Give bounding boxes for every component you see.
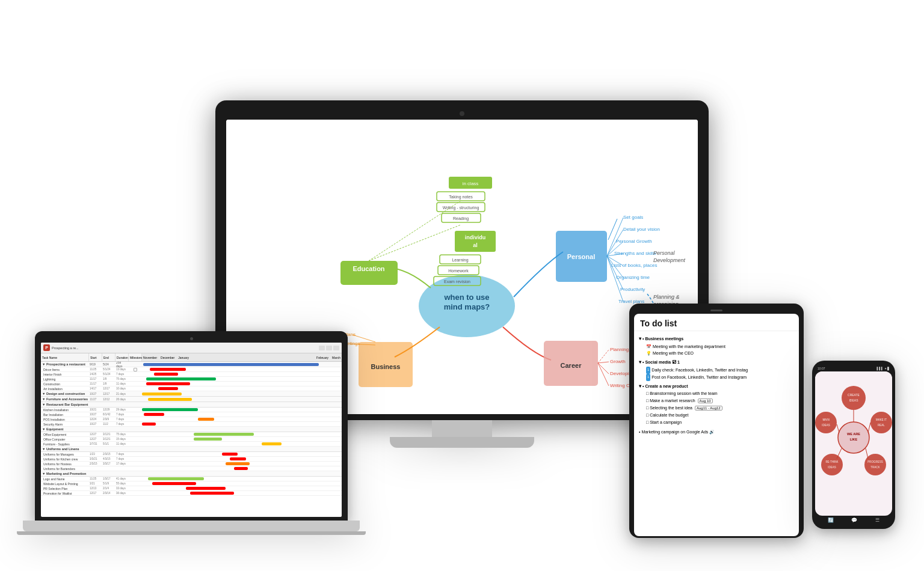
phone-icon-chat[interactable]: 💬 — [851, 518, 857, 523]
svg-point-79 — [815, 412, 837, 433]
col-header-end: End — [102, 353, 116, 361]
laptop-screen: P Prospecting a re... Task Name Start En… — [41, 343, 342, 517]
svg-text:Business: Business — [371, 363, 401, 370]
svg-text:mind maps?: mind maps? — [444, 302, 490, 311]
svg-text:Set goals: Set goals — [623, 215, 643, 220]
todo-item: □ Calculate the budget — [639, 412, 794, 419]
gantt-row: Lightning 11/17 1/9 75 days — [41, 377, 342, 382]
app-logo: P — [43, 344, 50, 351]
svg-text:RE-THINK: RE-THINK — [825, 460, 838, 463]
gantt-row: POS Installation 12/24 2/3/9 7 days — [41, 417, 342, 422]
section-social: ▾ • Social media 🗹 1 — [639, 358, 794, 367]
tablet-frame: To do list ▾ • Business meetings 📅 Meeti… — [629, 304, 804, 538]
svg-text:Homework: Homework — [448, 269, 469, 273]
todo-item: 📅 Meeting with the marketing department — [639, 343, 794, 350]
svg-text:Productivity: Productivity — [620, 287, 645, 292]
main-scene: when to use mind maps? Education in clas… — [0, 0, 924, 571]
gantt-row: Logo and Name 11/25 1/3/17 41 days — [41, 477, 342, 481]
todo-item: 1 Daily check: Facebook, LinkedIn, Twitt… — [639, 367, 794, 374]
gantt-row: Uniforms for Kitchen crew 3/3/21 4/3/15 … — [41, 457, 342, 462]
phone-mindmap-svg: WE ARE LIKE CREATE IDEAS MAKE IT REAL PR… — [815, 371, 892, 504]
todo-item: 1 Post on Facebook, LinkedIn, Twitter an… — [639, 374, 794, 381]
phone-icon-refresh[interactable]: 🔄 — [828, 518, 834, 523]
tablet: To do list ▾ • Business meetings 📅 Meeti… — [629, 304, 804, 538]
monitor-stand-base — [390, 437, 534, 448]
todo-item: □ Start a campaign — [639, 419, 794, 426]
section-product: ▾ • Create a new product — [639, 382, 794, 391]
phone-frame: 10:07 ▌▌▌ ✦ ▊ WE ARE LIKE CREATE IDEAS — [812, 361, 895, 529]
svg-text:Exam revision: Exam revision — [444, 279, 470, 284]
tablet-button — [710, 310, 722, 311]
gantt-row: Office Equipment 12/27 3/12/1 75 days — [41, 432, 342, 437]
phone: 10:07 ▌▌▌ ✦ ▊ WE ARE LIKE CREATE IDEAS — [812, 361, 895, 529]
toolbar-btn-1[interactable] — [319, 346, 325, 350]
svg-text:MAKE IT: MAKE IT — [876, 418, 887, 421]
svg-text:Lists of books, places: Lists of books, places — [611, 263, 657, 268]
svg-text:IDEAS: IDEAS — [822, 424, 830, 427]
svg-text:Strengths and skills: Strengths and skills — [614, 251, 656, 256]
gantt-category-row: ▼ Design and construction 10/27 12/17 21… — [41, 391, 342, 397]
gantt-category-row: ▼ Furniture and Accessories 11/27 12/12 … — [41, 397, 342, 402]
laptop-base-bottom — [17, 531, 366, 535]
gantt-row: Security Alarm 10/27 11/2 7 days — [41, 422, 342, 427]
svg-text:REAL: REAL — [878, 424, 885, 427]
gantt-category-row: ▼ Marketing and Promotion — [41, 471, 342, 477]
svg-text:Reading: Reading — [453, 216, 469, 221]
svg-rect-4 — [340, 261, 398, 285]
tablet-screen: To do list ▾ • Business meetings 📅 Meeti… — [634, 314, 799, 536]
todo-item: □ Make a market research Aug 10 — [639, 397, 794, 405]
col-header-task: Task Name — [41, 353, 89, 361]
monitor-camera — [460, 111, 464, 116]
laptop: P Prospecting a re... Task Name Start En… — [17, 331, 366, 535]
app-title: Prospecting a re... — [52, 346, 79, 350]
gantt-row: Furniture - Supplies 3/7/31 5/1/1 11 day… — [41, 442, 342, 447]
svg-text:CREATE: CREATE — [848, 393, 860, 397]
gantt-row: Interior Finish 14/25 5/1/24 7 days — [41, 372, 342, 377]
toolbar-btn-3[interactable] — [333, 346, 339, 350]
todo-list-content: ▾ • Business meetings 📅 Meeting with the… — [634, 331, 799, 536]
gantt-category-row: ▼ Restaurant Bar Equipment — [41, 402, 342, 408]
gantt-row: Uniforms for Bartenders — [41, 466, 342, 471]
todo-footer: • Marketing campaign on Google Ads 🔊 — [639, 429, 794, 436]
phone-bottom-bar: 🔄 💬 ☰ — [815, 516, 892, 524]
gantt-row: Promotion for Waitlist 12/17 2/3/14 36 d… — [41, 491, 342, 496]
svg-text:Detail your vision: Detail your vision — [623, 227, 660, 232]
svg-text:Writing - structuring: Writing - structuring — [443, 206, 479, 210]
svg-text:PROGRESS: PROGRESS — [867, 460, 883, 463]
svg-text:LIKE: LIKE — [850, 438, 858, 441]
svg-text:individu: individu — [465, 234, 486, 240]
toolbar-btn-2[interactable] — [326, 346, 332, 350]
gantt-category-row: ▼ Uniforms and Linens — [41, 447, 342, 452]
svg-text:when to use: when to use — [443, 293, 489, 302]
gantt-row: Uniforms for Hostess 2/3/15 3/3/17 17 da… — [41, 462, 342, 466]
svg-text:IDEAS: IDEAS — [849, 398, 858, 402]
phone-screen: WE ARE LIKE CREATE IDEAS MAKE IT REAL PR… — [815, 371, 892, 516]
gantt-row: Kitchen Installation 10/21 12/29 29 days — [41, 408, 342, 412]
svg-text:al: al — [473, 242, 478, 248]
svg-text:MAIN: MAIN — [822, 418, 829, 421]
svg-text:IDEAS: IDEAS — [828, 466, 836, 469]
gantt-row: Office Computer 12/27 3/12/1 15 days — [41, 437, 342, 442]
todo-item: □ Selecting the best idea Aug11 - Aug12 — [639, 405, 794, 412]
svg-point-67 — [842, 386, 866, 410]
col-header-start: Start — [89, 353, 102, 361]
phone-signal: ▌▌▌ ✦ ▊ — [877, 367, 890, 370]
gantt-row: Art Installation 14/17 12/17 10 days — [41, 386, 342, 391]
svg-text:Planning &: Planning & — [653, 294, 680, 300]
gantt-app: P Prospecting a re... Task Name Start En… — [41, 343, 342, 517]
gantt-rows-container: ▼ Prospecting a restaurant 9/19 5/24 258… — [41, 362, 342, 517]
svg-text:Learning: Learning — [452, 258, 468, 263]
svg-text:in class: in class — [463, 181, 479, 186]
laptop-base — [23, 521, 360, 531]
svg-text:Taking notes: Taking notes — [449, 195, 473, 200]
todo-item: □ Brainstorming session with the team — [639, 390, 794, 397]
todo-item: 💡 Meeting with the CEO — [639, 350, 794, 357]
col-header-dur: Duration — [116, 353, 129, 361]
svg-text:TRACK: TRACK — [870, 466, 879, 469]
phone-status-bar: 10:07 ▌▌▌ ✦ ▊ — [815, 365, 892, 371]
section-business: ▾ • Business meetings — [639, 335, 794, 343]
gantt-timeline-header: NovemberDecemberJanuaryFebruaryMarch — [142, 353, 342, 361]
education-label: Education — [353, 265, 384, 272]
phone-icon-menu[interactable]: ☰ — [875, 518, 879, 523]
gantt-row-category: ▼ Prospecting a restaurant 9/19 5/24 258… — [41, 362, 342, 367]
